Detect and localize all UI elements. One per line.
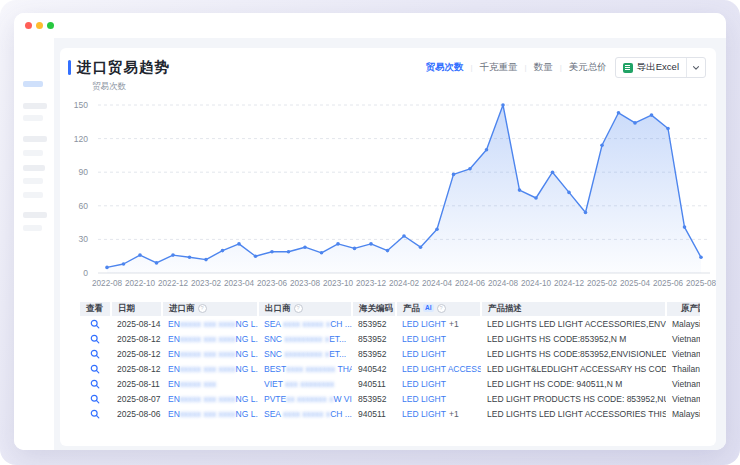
tab-trade-count[interactable]: 贸易次数 (426, 61, 464, 74)
redacted-text: xxxxx xxx xxxx (180, 394, 236, 404)
view-detail-icon[interactable] (90, 393, 100, 403)
table-row[interactable]: 2025-08-06ENxxxxx xxx xxxxNG L...SEA xxx… (80, 406, 700, 421)
screenshot-stage: 进口贸易趋势 贸易次数 | 千克重量 | 数量 | 美元总价 (0, 0, 740, 465)
importer-link[interactable]: ENxxxxx xxx xxxxNG L... (168, 394, 258, 404)
table-row[interactable]: 2025-08-14ENxxxxx xxx xxxxNG L...SEA xxx… (80, 316, 700, 331)
redacted-text: xxxx xxxxx x (283, 409, 330, 419)
hs-code-cell: 853952 (352, 316, 396, 331)
table-row[interactable]: 2025-08-12ENxxxxx xxx xxxxNG L...SNC xxx… (80, 331, 700, 346)
table-row[interactable]: 2025-08-07ENxxxxx xxx xxxxNG L...PVTExx … (80, 391, 700, 406)
product-link[interactable]: LED LIGHT (402, 334, 446, 344)
product-link[interactable]: LED LIGHT (402, 394, 446, 404)
sidebar-item[interactable] (23, 136, 47, 142)
svg-text:2022-12: 2022-12 (158, 279, 188, 288)
col-exporter: 出口商? (258, 302, 352, 316)
exporter-link[interactable]: BESTxxxx xxxxxxx THA... (264, 364, 352, 374)
exporter-link[interactable]: VIET xxx xxxxxxxx (264, 379, 334, 389)
product-link[interactable]: LED LIGHT (402, 319, 446, 329)
date-cell: 2025-08-12 (111, 361, 162, 376)
hs-code-cell: 940511 (352, 406, 396, 421)
description-cell: LED LIGHT PRODUCTS HS CODE: 853952,NUWAT… (481, 391, 666, 406)
col-importer: 进口商? (162, 302, 258, 316)
date-cell: 2025-08-14 (111, 316, 162, 331)
description-cell: LED LIGHTS HS CODE:853952,ENVISIONLED (481, 346, 666, 361)
tab-usd-total[interactable]: 美元总价 (569, 61, 607, 74)
date-cell: 2025-08-11 (111, 376, 162, 391)
export-dropdown-button[interactable] (686, 58, 705, 77)
col-date: 日期 (111, 302, 162, 316)
svg-text:2024-08: 2024-08 (488, 279, 518, 288)
tab-quantity[interactable]: 数量 (534, 61, 553, 74)
sidebar-item[interactable] (23, 150, 43, 156)
origin-country-cell: Thailand (666, 361, 700, 376)
sidebar-item[interactable] (23, 178, 43, 184)
date-cell: 2025-08-12 (111, 331, 162, 346)
redacted-text: xxxxxxxxx x (284, 334, 329, 344)
svg-text:150: 150 (74, 100, 88, 110)
trend-chart[interactable]: 03060901201502022-082022-102022-122023-0… (60, 92, 716, 296)
importer-link[interactable]: ENxxxxx xxx xxxxNG L... (168, 334, 258, 344)
export-excel-button[interactable]: 导出Excel (616, 58, 686, 77)
view-detail-icon[interactable] (90, 408, 100, 418)
table-row[interactable]: 2025-08-12ENxxxxx xxx xxxxNG L...BESTxxx… (80, 361, 700, 376)
hs-code-cell: 940511 (352, 376, 396, 391)
sidebar-item[interactable] (23, 165, 45, 171)
svg-text:2024-12: 2024-12 (554, 279, 584, 288)
exporter-link[interactable]: PVTExx xxxxxxx xW VI... (264, 394, 352, 404)
minimize-window-icon[interactable] (36, 22, 43, 29)
tab-kg-weight[interactable]: 千克重量 (480, 61, 518, 74)
importer-link[interactable]: ENxxxxx xxx xxxxNG L... (168, 319, 258, 329)
col-description: 产品描述 (481, 302, 666, 316)
redacted-text: xxxxx xxx xxxx (180, 334, 236, 344)
svg-text:2024-10: 2024-10 (521, 279, 551, 288)
view-detail-icon[interactable] (90, 333, 100, 343)
sidebar-item[interactable] (23, 115, 43, 121)
view-detail-icon[interactable] (90, 378, 100, 388)
sidebar-item[interactable] (23, 103, 47, 109)
exporter-link[interactable]: SEA xxxx xxxxx xCH ... (264, 409, 352, 419)
exporter-link[interactable]: SNC xxxxxxxxx xET... (264, 334, 346, 344)
view-detail-icon[interactable] (90, 348, 100, 358)
exporter-link[interactable]: SNC xxxxxxxxx xET... (264, 349, 346, 359)
table-row[interactable]: 2025-08-12ENxxxxx xxx xxxxNG L...SNC xxx… (80, 346, 700, 361)
table-row[interactable]: 2025-08-11ENxxxxx xxxVIET xxx xxxxxxxx94… (80, 376, 700, 391)
svg-text:2023-06: 2023-06 (257, 279, 287, 288)
sidebar-item[interactable] (23, 192, 43, 198)
origin-country-cell: Vietnam (666, 331, 700, 346)
product-link[interactable]: LED LIGHT (402, 409, 446, 419)
importer-link[interactable]: ENxxxxx xxx (168, 379, 216, 389)
redacted-text: xxxxx xxx xxxx (180, 364, 236, 374)
sidebar-item-active[interactable] (23, 81, 43, 87)
info-icon[interactable]: ? (198, 304, 207, 313)
product-link[interactable]: LED LIGHT (402, 349, 446, 359)
zoom-window-icon[interactable] (47, 22, 54, 29)
svg-text:2023-12: 2023-12 (356, 279, 386, 288)
view-detail-icon[interactable] (90, 318, 100, 328)
view-detail-icon[interactable] (90, 363, 100, 373)
svg-text:30: 30 (79, 234, 89, 244)
svg-text:2025-06: 2025-06 (653, 279, 683, 288)
importer-link[interactable]: ENxxxxx xxx xxxxNG L... (168, 349, 258, 359)
hs-code-cell: 853952 (352, 331, 396, 346)
info-icon[interactable]: ? (437, 304, 446, 313)
sidebar-item[interactable] (23, 212, 47, 218)
date-cell: 2025-08-12 (111, 346, 162, 361)
svg-text:2023-08: 2023-08 (290, 279, 320, 288)
description-cell: LED LIGHTS LED LIGHT ACCESSORIES,ENVISIO… (481, 316, 666, 331)
importer-link[interactable]: ENxxxxx xxx xxxxNG L... (168, 409, 258, 419)
info-icon[interactable]: ? (294, 304, 303, 313)
close-window-icon[interactable] (25, 22, 32, 29)
redacted-text: xxxx xxxxxxx (286, 364, 335, 374)
hs-code-cell: 940542 (352, 361, 396, 376)
product-link[interactable]: LED LIGHT ACCESSORY (402, 364, 481, 374)
tab-separator: | (560, 63, 562, 72)
sidebar-item[interactable] (23, 225, 42, 231)
svg-text:120: 120 (74, 134, 88, 144)
description-cell: LED LIGHTS LED LIGHT ACCESSORIES THIS SH… (481, 406, 666, 421)
product-link[interactable]: LED LIGHT (402, 379, 446, 389)
col-origin-country: 原产国 (666, 302, 700, 316)
importer-link[interactable]: ENxxxxx xxx xxxxNG L... (168, 364, 258, 374)
col-product: 产品AI? (396, 302, 481, 316)
ai-badge: AI (423, 304, 434, 312)
exporter-link[interactable]: SEA xxxx xxxxx xCH ... (264, 319, 352, 329)
